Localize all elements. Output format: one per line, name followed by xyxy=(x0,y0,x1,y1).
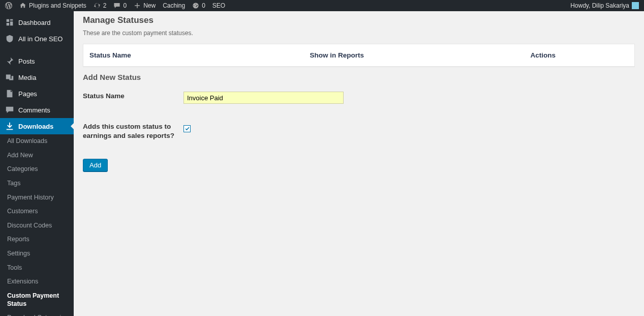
dashboard-icon xyxy=(5,18,14,27)
subitem-categories[interactable]: Categories xyxy=(0,162,74,177)
site-name: Plugins and Snippets xyxy=(29,2,86,9)
comments-count: 0 xyxy=(123,2,127,9)
status-name-input[interactable] xyxy=(183,92,344,104)
avatar xyxy=(632,2,639,9)
seo-label: SEO xyxy=(212,2,225,9)
updates-icon xyxy=(94,2,101,9)
comments-icon xyxy=(113,2,120,9)
sidebar-item-aioseo[interactable]: All in One SEO xyxy=(0,31,74,47)
updates-link[interactable]: 2 xyxy=(94,2,107,9)
subitem-add-new[interactable]: Add New xyxy=(0,149,74,163)
subitem-all-downloads[interactable]: All Downloads xyxy=(0,134,74,149)
sidebar-item-media[interactable]: Media xyxy=(0,69,74,85)
new-label: New xyxy=(143,2,156,9)
pin-icon xyxy=(5,56,14,66)
media-icon xyxy=(5,73,14,82)
caching-label: Caching xyxy=(163,2,185,9)
reports-label: Adds this custom status to earnings and … xyxy=(83,122,183,140)
sidebar-item-label: Dashboard xyxy=(18,19,51,26)
sidebar-item-label: Media xyxy=(18,74,36,81)
new-link[interactable]: New xyxy=(134,2,156,9)
site-link[interactable]: Plugins and Snippets xyxy=(19,2,86,9)
sidebar-item-label: All in One SEO xyxy=(18,35,63,43)
performance-count: 0 xyxy=(202,2,205,9)
updates-count: 2 xyxy=(103,2,107,9)
comments-link[interactable]: 0 xyxy=(113,2,127,9)
sidebar-item-dashboard[interactable]: Dashboard xyxy=(0,14,74,31)
sidebar-item-downloads[interactable]: Downloads xyxy=(0,118,74,134)
wordpress-logo-icon[interactable] xyxy=(5,2,12,9)
subitem-tags[interactable]: Tags xyxy=(0,177,74,182)
admin-bar: Plugins and Snippets 2 0 New Caching 0 S… xyxy=(0,0,644,11)
sidebar-item-label: Posts xyxy=(18,58,35,65)
sidebar-item-posts[interactable]: Posts xyxy=(0,53,74,69)
download-icon xyxy=(5,122,14,131)
reports-checkbox[interactable] xyxy=(183,125,191,132)
sidebar-item-pages[interactable]: Pages xyxy=(0,85,74,102)
sidebar-item-comments[interactable]: Comments xyxy=(0,102,74,118)
col-show-reports[interactable]: Show in Reports xyxy=(304,44,525,67)
check-icon xyxy=(185,126,190,132)
shield-icon xyxy=(5,34,14,43)
caching-link[interactable]: Caching xyxy=(163,2,185,9)
page-icon xyxy=(5,89,14,98)
col-status-name[interactable]: Status Name xyxy=(83,44,304,67)
status-name-label: Status Name xyxy=(83,92,183,101)
statuses-table: Status Name Show in Reports Actions xyxy=(83,44,635,67)
admin-sidebar: Dashboard All in One SEO Posts Media Pag… xyxy=(0,11,74,182)
seo-link[interactable]: SEO xyxy=(212,2,225,9)
performance-link[interactable]: 0 xyxy=(192,2,205,9)
sidebar-item-label: Downloads xyxy=(18,123,53,130)
main-content: Manage Statuses These are the custom pay… xyxy=(74,11,644,182)
performance-icon xyxy=(192,2,199,9)
manage-statuses-title: Manage Statuses xyxy=(83,15,635,25)
sidebar-item-label: Pages xyxy=(18,90,37,98)
status-name-row: Status Name xyxy=(83,92,635,104)
comment-icon xyxy=(5,105,14,114)
home-icon xyxy=(19,2,26,9)
sidebar-item-label: Comments xyxy=(18,106,50,114)
manage-statuses-desc: These are the custom payment statuses. xyxy=(83,30,635,37)
account-link[interactable]: Howdy, Dilip Sakariya xyxy=(570,2,639,9)
add-new-status-title: Add New Status xyxy=(83,73,635,81)
howdy-text: Howdy, Dilip Sakariya xyxy=(570,2,629,9)
col-actions[interactable]: Actions xyxy=(525,44,635,67)
reports-row: Adds this custom status to earnings and … xyxy=(83,122,635,140)
plus-icon xyxy=(134,2,141,9)
add-button[interactable]: Add xyxy=(83,159,108,171)
